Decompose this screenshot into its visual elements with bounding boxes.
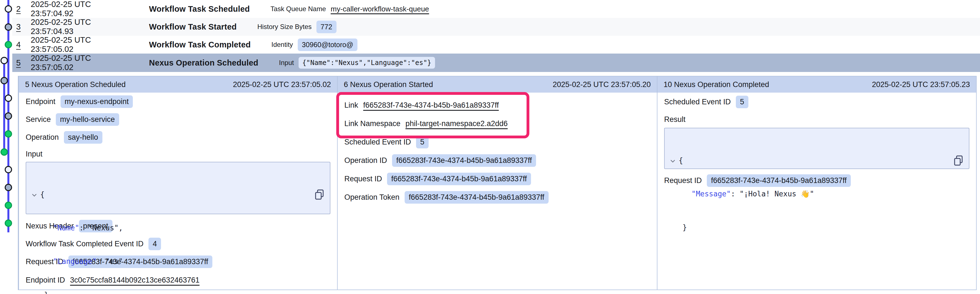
panel-nexus-operation-scheduled: 5 Nexus Operation Scheduled 2025-02-25 U… [18,76,337,289]
panel-header: 6 Nexus Operation Started 2025-02-25 UTC… [338,76,657,92]
field-label: Link Namespace [344,119,401,128]
copy-icon[interactable] [953,133,964,144]
field-label: Service [25,115,51,124]
event-name: Workflow Task Scheduled [149,5,250,14]
timeline-dot-scheduled[interactable] [1,57,8,64]
timeline-dot-completed[interactable] [5,202,12,209]
event-timeline-graph [0,0,16,294]
workflow-history-view: { "colors": { "accent_badge": "#c9daf7",… [0,0,980,294]
event-row-workflow-task-completed[interactable]: 4 2025-02-25 UTC 23:57:05.02 Workflow Ta… [12,36,980,54]
panel-nexus-operation-completed: 10 Nexus Operation Completed 2025-02-25 … [657,76,976,289]
panel-title: 5 Nexus Operation Scheduled [25,80,126,89]
json-close-brace: } [670,222,962,233]
json-key: "Name" [53,224,79,232]
timeline-dot-scheduled[interactable] [5,95,12,102]
json-close-brace: } [31,289,323,294]
timeline-dot-scheduled[interactable] [5,6,12,12]
json-value: : "es" [97,257,123,265]
field-label: Scheduled Event ID [664,98,731,106]
field-service: Service my-hello-service [25,110,330,128]
event-row-workflow-task-scheduled[interactable]: 2 2025-02-25 UTC 23:57:04.92 Workflow Ta… [12,0,980,18]
panel-timestamp: 2025-02-25 UTC 23:57:05.23 [872,80,970,89]
field-request-id: Request ID f665283f-743e-4374-b45b-9a61a… [344,170,650,188]
panel-title: 10 Nexus Operation Completed [663,80,769,89]
event-timestamp: 2025-02-25 UTC 23:57:05.02 [31,35,132,54]
service-badge: my-hello-service [56,113,119,126]
copy-icon[interactable] [314,167,325,178]
event-detail-label: Task Queue Name [270,5,326,13]
field-label: Link [344,101,358,110]
json-value: : "Nexus", [79,224,123,232]
event-name: Nexus Operation Scheduled [149,58,258,67]
timeline-dot-completed[interactable] [5,220,12,227]
chevron-down-icon[interactable] [670,155,677,166]
event-name: Workflow Task Started [149,22,237,32]
event-name: Workflow Task Completed [149,40,251,49]
json-open-brace: { [679,156,683,165]
timeline-dot-completed[interactable] [1,149,8,156]
task-queue-link[interactable]: my-caller-workflow-task-queue [331,5,429,13]
timeline-dot-started[interactable] [5,24,12,30]
field-label: Request ID [344,175,382,183]
field-endpoint: Endpoint my-nexus-endpoint [25,92,330,110]
scheduled-event-id-badge: 5 [736,96,748,108]
input-section-label: Input [25,146,330,162]
event-row-nexus-operation-scheduled[interactable]: 5 2025-02-25 UTC 23:57:05.02 Nexus Opera… [12,54,980,72]
panel-timestamp: 2025-02-25 UTC 23:57:05.20 [553,80,651,89]
json-key: "Message" [692,190,731,198]
event-timestamp: 2025-02-25 UTC 23:57:04.92 [31,0,132,18]
operation-token-badge: f665283f-743e-4374-b45b-9a61a89337ff [405,191,549,203]
panel-timestamp: 2025-02-25 UTC 23:57:05.02 [233,80,331,89]
json-key: "Language" [53,257,97,265]
event-group-detail-panels: 5 Nexus Operation Scheduled 2025-02-25 U… [18,76,977,290]
panel-header: 5 Nexus Operation Scheduled 2025-02-25 U… [19,76,337,92]
identity-badge: 30960@totoro@ [298,38,358,51]
panel-header: 10 Nexus Operation Completed 2025-02-25 … [657,76,976,92]
field-label: Scheduled Event ID [344,138,411,146]
field-scheduled-event-id: Scheduled Event ID 5 [664,92,969,111]
json-open-brace: { [40,190,45,199]
operation-id-badge: f665283f-743e-4374-b45b-9a61a89337ff [392,154,536,167]
event-timestamp: 2025-02-25 UTC 23:57:05.02 [31,54,132,72]
request-id-badge: f665283f-743e-4374-b45b-9a61a89337ff [387,173,531,185]
field-label: Endpoint [25,97,56,106]
field-operation-id: Operation ID f665283f-743e-4374-b45b-9a6… [344,151,650,170]
field-scheduled-event-id: Scheduled Event ID 5 [344,133,650,151]
link-value-link[interactable]: f665283f-743e-4374-b45b-9a61a89337ff [363,101,499,110]
panel-title: 6 Nexus Operation Started [344,80,433,89]
result-json-viewer: { "Message": "¡Hola! Nexus 👋" } [664,128,969,169]
field-link-namespace: Link Namespace phil-target-namespace2.a2… [344,114,650,133]
operation-badge: say-hello [64,131,102,144]
field-link: Link f665283f-743e-4374-b45b-9a61a89337f… [344,96,650,114]
endpoint-badge: my-nexus-endpoint [60,95,133,108]
event-detail-label: Input [279,59,294,67]
event-detail-label: Identity [271,41,293,49]
history-size-badge: 772 [317,21,337,33]
timeline-dot-completed[interactable] [5,41,12,48]
event-detail-label: History Size Bytes [257,23,312,31]
field-operation-token: Operation Token f665283f-743e-4374-b45b-… [344,188,650,207]
timeline-dot-started[interactable] [5,113,12,119]
input-json-badge: {"Name":"Nexus","Language":"es"} [299,57,435,68]
event-id-link[interactable]: 4 [16,40,25,49]
field-operation: Operation say-hello [25,128,330,146]
link-namespace-link[interactable]: phil-target-namespace2.a2dd6 [406,119,508,128]
event-row-workflow-task-started[interactable]: 3 2025-02-25 UTC 23:57:04.93 Workflow Ta… [12,18,980,36]
field-label: Operation Token [344,193,399,202]
panel-nexus-operation-started: 6 Nexus Operation Started 2025-02-25 UTC… [337,76,657,289]
event-id-link[interactable]: 2 [16,5,25,14]
event-id-link[interactable]: 3 [16,22,25,32]
event-id-link[interactable]: 5 [16,58,25,67]
scheduled-event-id-badge: 5 [416,136,429,148]
chevron-down-icon[interactable] [31,189,38,200]
timeline-dot-started[interactable] [1,78,8,84]
field-label: Operation [25,133,59,142]
event-timestamp: 2025-02-25 UTC 23:57:04.93 [31,17,132,36]
timeline-dot-completed[interactable] [5,131,12,137]
json-value: : "¡Hola! Nexus 👋" [731,190,814,198]
timeline-dot-scheduled[interactable] [5,167,12,173]
result-section-label: Result [664,111,969,128]
field-label: Operation ID [344,156,387,165]
timeline-dot-started[interactable] [5,184,12,191]
input-json-viewer: { "Name": "Nexus", "Language": "es" } [25,162,330,214]
